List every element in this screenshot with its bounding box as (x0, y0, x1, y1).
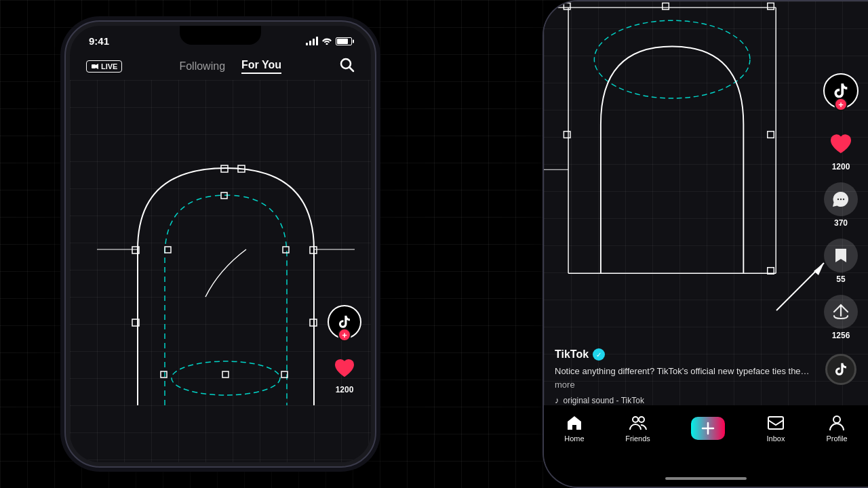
heart-action-left[interactable]: 1200 (328, 351, 361, 394)
svg-rect-17 (161, 371, 167, 378)
svg-line-3 (349, 68, 353, 72)
create-button[interactable] (691, 417, 725, 440)
creator-avatar-right[interactable]: + (823, 73, 859, 108)
signal-bars (306, 37, 318, 45)
svg-point-37 (633, 417, 638, 422)
follow-plus-badge-left[interactable]: + (338, 328, 351, 342)
creator-name-text: TikTok (555, 348, 589, 361)
svg-rect-14 (283, 247, 289, 253)
bookmark-count-right: 55 (836, 274, 845, 284)
nav-bar-left: LIVE Following For You (70, 51, 371, 82)
svg-rect-41 (768, 417, 783, 429)
phone-left: 9:41 LIVE Fol (64, 20, 376, 468)
live-label: LIVE (101, 62, 117, 70)
heart-count-right: 1200 (832, 162, 850, 171)
sound-info[interactable]: ♪ original sound - TikTok (555, 395, 814, 405)
video-info-right: TikTok ✓ Notice anything different? TikT… (555, 348, 814, 405)
live-badge[interactable]: LIVE (86, 60, 122, 73)
svg-point-12 (172, 361, 280, 395)
svg-point-36 (843, 199, 844, 200)
svg-point-38 (639, 417, 644, 422)
home-label: Home (564, 434, 584, 443)
wifi-icon (321, 36, 332, 47)
creator-avatar-left[interactable]: + (328, 305, 361, 339)
arch-design-right (544, 1, 788, 293)
svg-rect-29 (564, 131, 570, 138)
battery-icon (336, 37, 352, 45)
following-tab[interactable]: Following (179, 60, 225, 73)
creator-name-row: TikTok ✓ (555, 348, 814, 361)
more-text[interactable]: more (555, 380, 575, 390)
actions-left: + 1200 (328, 305, 361, 394)
svg-marker-33 (814, 263, 824, 275)
sound-disc-right[interactable] (825, 354, 856, 385)
comment-count-right: 370 (834, 218, 848, 228)
nav-item-friends[interactable]: Friends (625, 413, 650, 443)
home-indicator-right (665, 477, 747, 480)
svg-rect-26 (564, 3, 570, 9)
time-left: 9:41 (89, 35, 109, 47)
bottom-nav-right: Home Friends (544, 405, 868, 487)
svg-marker-1 (96, 64, 98, 69)
nav-item-home[interactable]: Home (564, 413, 584, 443)
follow-plus-badge-right[interactable]: + (834, 98, 848, 111)
comment-action-right[interactable]: 370 (824, 182, 858, 228)
pointer-line (770, 256, 831, 317)
tiktok-icon-left (337, 314, 352, 329)
svg-rect-13 (165, 247, 171, 253)
svg-point-42 (833, 416, 840, 423)
actions-right: + 1200 (823, 1, 859, 392)
foryou-tab[interactable]: For You (241, 59, 281, 74)
profile-icon (827, 413, 846, 432)
nav-item-inbox[interactable]: Inbox (766, 413, 785, 443)
nav-item-profile[interactable]: Profile (826, 413, 847, 443)
friends-icon (629, 413, 648, 432)
nav-item-create[interactable] (691, 417, 725, 440)
nav-items-right: Home Friends (544, 413, 868, 443)
svg-rect-27 (768, 131, 774, 138)
share-action-right[interactable]: 1256 (824, 295, 858, 340)
svg-rect-25 (768, 3, 774, 9)
share-count-right: 1256 (832, 331, 850, 340)
music-note-icon: ♪ (555, 395, 559, 405)
nav-tabs-left: Following For You (179, 59, 281, 74)
profile-label: Profile (826, 434, 847, 443)
verified-badge: ✓ (593, 348, 605, 361)
svg-rect-16 (222, 371, 229, 378)
svg-rect-0 (92, 64, 96, 68)
search-button-left[interactable] (338, 56, 355, 77)
inbox-label: Inbox (766, 434, 785, 443)
status-icons-left (306, 36, 352, 47)
inbox-icon (766, 413, 785, 432)
heart-action-right[interactable]: 1200 (824, 126, 858, 171)
home-icon (565, 413, 584, 432)
svg-point-23 (594, 20, 750, 98)
sound-text: original sound - TikTok (564, 396, 644, 405)
phone-right: + 1200 (542, 0, 868, 488)
status-bar-left: 9:41 (70, 26, 371, 51)
video-content-left: + 1200 (70, 80, 371, 462)
video-description: Notice anything different? TikTok's offi… (555, 365, 814, 391)
friends-label: Friends (625, 434, 650, 443)
heart-count-left: 1200 (336, 385, 354, 394)
svg-point-34 (837, 199, 839, 200)
svg-rect-24 (663, 3, 669, 9)
arch-design-left (97, 114, 355, 439)
bookmark-action-right[interactable]: 55 (824, 239, 858, 284)
svg-point-35 (840, 199, 842, 200)
